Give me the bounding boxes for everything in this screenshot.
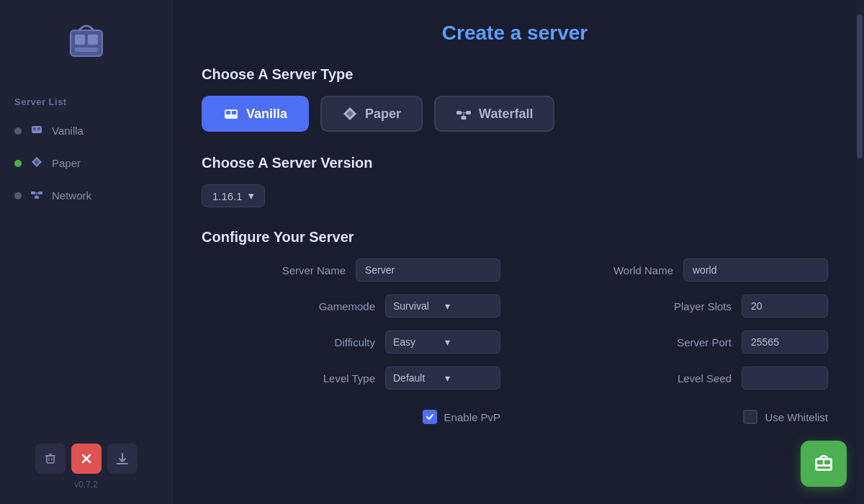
svg-rect-14	[47, 456, 54, 463]
server-version-section: Choose A Server Version 1.16.1 ▾	[202, 155, 828, 207]
svg-rect-1	[75, 35, 85, 45]
gamemode-row: Gamemode Survival ▾	[202, 294, 500, 318]
sidebar-item-vanilla[interactable]: Vanilla	[0, 114, 172, 147]
player-slots-row: Player Slots	[529, 294, 828, 318]
level-seed-label: Level Seed	[660, 372, 732, 384]
gamemode-label: Gamemode	[303, 300, 375, 312]
configure-section: Configure Your Server Server Name World …	[202, 229, 828, 424]
fab-create-button[interactable]	[801, 441, 847, 487]
paper-type-button[interactable]: Paper	[320, 96, 423, 132]
level-seed-row: Level Seed	[529, 366, 828, 390]
gamemode-value: Survival	[393, 300, 441, 312]
server-name-label: Server Name	[274, 264, 346, 276]
level-type-chevron-icon: ▾	[445, 372, 492, 384]
svg-rect-36	[817, 467, 830, 469]
svg-rect-5	[33, 127, 36, 130]
paper-icon	[30, 156, 43, 171]
close-button[interactable]	[71, 444, 102, 474]
level-type-select[interactable]: Default ▾	[385, 366, 500, 390]
waterfall-type-label: Waterfall	[479, 107, 533, 122]
waterfall-type-button[interactable]: Waterfall	[434, 96, 554, 132]
server-port-label: Server Port	[660, 336, 732, 348]
vanilla-status-dot	[14, 127, 22, 135]
sidebar-item-label: Paper	[52, 157, 81, 169]
network-icon	[30, 188, 43, 203]
svg-rect-24	[226, 111, 230, 114]
vanilla-type-button[interactable]: Vanilla	[202, 96, 309, 132]
sidebar-item-network[interactable]: Network	[0, 179, 172, 212]
server-type-row: Vanilla Paper Waterfall	[202, 96, 828, 132]
configure-grid: Server Name World Name Gamemode Survival…	[202, 258, 828, 424]
paper-type-label: Paper	[365, 107, 401, 122]
gamemode-chevron-icon: ▾	[445, 300, 492, 312]
enable-pvp-label: Enable PvP	[444, 411, 500, 423]
scrollbar-thumb[interactable]	[857, 14, 863, 158]
version-value: 1.16.1	[212, 190, 243, 202]
sidebar: Server List Vanilla Paper	[0, 0, 173, 504]
svg-rect-9	[31, 192, 35, 194]
vanilla-icon	[30, 123, 43, 138]
level-type-row: Level Type Default ▾	[202, 366, 500, 390]
svg-rect-33	[815, 458, 832, 471]
paper-status-dot	[14, 160, 22, 167]
version-label: v0.7.2	[74, 480, 98, 490]
svg-rect-35	[824, 460, 830, 464]
main-content: Create a server Choose A Server Type Van…	[173, 0, 857, 504]
sidebar-item-label: Vanilla	[52, 125, 84, 137]
svg-rect-28	[456, 111, 462, 114]
enable-pvp-checkbox[interactable]	[423, 410, 437, 424]
difficulty-label: Difficulty	[303, 336, 375, 348]
server-version-title: Choose A Server Version	[202, 155, 828, 171]
level-type-value: Default	[393, 372, 441, 384]
server-port-input[interactable]	[742, 330, 828, 354]
use-whitelist-label: Use Whitelist	[765, 411, 828, 423]
app-logo	[58, 14, 115, 96]
enable-pvp-row: Enable PvP	[423, 410, 500, 424]
server-name-input[interactable]	[356, 258, 500, 282]
network-status-dot	[14, 192, 22, 199]
difficulty-chevron-icon: ▾	[445, 336, 492, 348]
svg-rect-6	[37, 127, 40, 130]
player-slots-label: Player Slots	[660, 300, 732, 312]
trash-button[interactable]	[35, 444, 66, 474]
use-whitelist-checkbox[interactable]	[743, 410, 757, 424]
sidebar-item-paper[interactable]: Paper	[0, 147, 172, 179]
svg-rect-30	[462, 116, 467, 120]
world-name-label: World Name	[601, 264, 673, 276]
sidebar-bottom: v0.7.2	[0, 444, 172, 490]
difficulty-row: Difficulty Easy ▾	[202, 330, 500, 354]
player-slots-input[interactable]	[742, 294, 828, 318]
use-whitelist-row: Use Whitelist	[743, 410, 828, 424]
page-title: Create a server	[202, 22, 828, 45]
svg-rect-25	[232, 111, 236, 114]
configure-title: Configure Your Server	[202, 229, 828, 246]
gamemode-select[interactable]: Survival ▾	[385, 294, 500, 318]
level-type-label: Level Type	[303, 372, 375, 384]
server-type-section: Choose A Server Type Vanilla Paper	[202, 66, 828, 155]
difficulty-value: Easy	[393, 336, 441, 348]
server-type-title: Choose A Server Type	[202, 66, 828, 83]
version-select[interactable]: 1.16.1 ▾	[202, 184, 265, 207]
svg-rect-29	[466, 111, 471, 114]
svg-rect-34	[817, 460, 823, 464]
server-port-row: Server Port	[529, 330, 828, 354]
server-name-row: Server Name	[202, 258, 500, 282]
download-button[interactable]	[107, 444, 138, 474]
chevron-down-icon: ▾	[248, 189, 254, 202]
svg-rect-11	[35, 196, 39, 199]
world-name-input[interactable]	[683, 258, 828, 282]
sidebar-item-label: Network	[52, 189, 91, 202]
world-name-row: World Name	[529, 258, 828, 282]
scrollbar-track[interactable]	[857, 0, 864, 504]
svg-rect-2	[88, 35, 98, 45]
difficulty-select[interactable]: Easy ▾	[385, 330, 500, 354]
server-list-label: Server List	[0, 96, 172, 114]
svg-rect-3	[75, 48, 98, 52]
level-seed-input[interactable]	[742, 366, 828, 390]
svg-rect-10	[38, 192, 42, 194]
vanilla-type-label: Vanilla	[246, 107, 287, 122]
